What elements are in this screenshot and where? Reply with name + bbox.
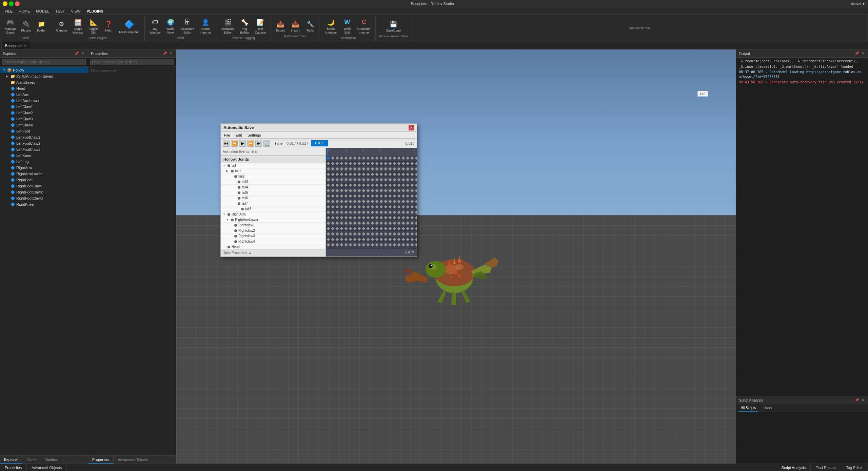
tree-item-leftclaw2[interactable]: 🔷 LeftClaw2 [0,110,88,116]
menu-model[interactable]: MODEL [33,8,52,14]
toggle-gui-button[interactable]: 📐 ToggleGUI [87,16,100,36]
anim-menu-file[interactable]: File [222,133,232,137]
world-view-button[interactable]: 🌍 WorldView [164,16,177,36]
plugins-button[interactable]: 🔌 Plugins [19,18,34,34]
tree-item-rightarm[interactable]: 🔷 RightArm [0,165,88,171]
moon-animator-button[interactable]: 🌙 MoonAnimator [323,16,339,36]
anim-play-button[interactable]: ▶ [239,140,246,147]
joint-tail2[interactable]: tail2 [221,174,326,179]
tree-item-rightarmlower[interactable]: 🔷 RightArmLower [0,171,88,177]
tree-item-rightfoot[interactable]: 🔷 RightFoot [0,177,88,183]
tab-toolbox[interactable]: Toolbox [41,456,62,464]
tree-item-rightfootclaw3[interactable]: 🔷 RightFootClaw3 [0,195,88,201]
manage-button[interactable]: ⚙ Manage [54,18,69,34]
menu-view[interactable]: VIEW [68,8,83,14]
mesh-importer-button[interactable]: 🔷 Mesh Importer [117,17,142,35]
bottom-tab-tag-editor[interactable]: Tag Editor [841,464,868,471]
tools-sec-button[interactable]: 🔧 Tools [303,18,317,34]
tree-item-leftfootclaw1[interactable]: 🔷 LeftFootClaw1 [0,134,88,140]
anim-time-input[interactable] [311,140,328,146]
bottom-tab-advanced-objects[interactable]: Advanced Objects [27,464,67,471]
menu-home[interactable]: HOME [16,8,33,14]
character-inserter-button[interactable]: C CharacterInserter [355,16,373,36]
avatar-importer-button[interactable]: 👤 AvatarImporter [198,16,213,36]
folder-button[interactable]: 📁 Folder [35,18,48,34]
rig-builder-button[interactable]: 🦴 RigBuilder [238,16,252,36]
datastore-editor-button[interactable]: 🗄 DataStoreEditor [179,16,197,36]
animation-editor-button[interactable]: 🎬 AnimationEditor [219,16,237,36]
manage-game-button[interactable]: 🎮 ManageGame [3,16,18,36]
tree-item-rightknee[interactable]: 🔷 RightKnee [0,201,88,207]
joint-tail[interactable]: ▼ tail [221,163,326,168]
joint-rightclaw3[interactable]: Rightclaw3 [221,233,326,239]
weld-edit-button[interactable]: W WeldEdit [340,16,354,36]
tree-item-leftfootclaw3[interactable]: 🔷 LeftFootClaw3 [0,146,88,152]
tree-item-animsaves2[interactable]: 📁 AnimSaves [0,79,88,85]
dialog-close-button[interactable]: ✕ [409,125,414,130]
properties-close-icon[interactable]: ✕ [169,51,173,56]
anim-menu-settings[interactable]: Settings [245,133,263,137]
anim-next-button[interactable]: ⏭ [255,140,262,147]
joint-tail4[interactable]: tail4 [221,185,326,190]
joint-rightclaw4[interactable]: Rightclaw4 [221,239,326,244]
anim-menu-edit[interactable]: Edit [234,133,244,137]
bottom-tab-script-analysis[interactable]: Script Analysis [777,464,811,471]
joint-rightclaw2[interactable]: Rightclaw2 [221,228,326,233]
maximize-button[interactable] [9,1,14,6]
properties-filter-input[interactable] [90,59,174,65]
output-pin-icon[interactable]: 📌 [854,51,859,56]
menu-test[interactable]: TEST [53,8,67,14]
tab-explorer[interactable]: Explorer [0,456,22,464]
tab-game[interactable]: Game [22,456,41,464]
menu-file[interactable]: FILE [2,8,15,14]
acevel-label[interactable]: Acevel ▼ [845,2,865,6]
tree-item-head[interactable]: 🔷 Head [0,85,88,91]
joint-rightarm[interactable]: ▼ RightArm [221,212,326,217]
tab-baseplate[interactable]: Baseplate ✕ [1,42,30,49]
joint-tail8[interactable]: tail8 [221,206,326,212]
tab-advanced-objects[interactable]: Advanced Objects [114,456,152,464]
joint-tail7[interactable]: tail7 [221,201,326,206]
joint-tail6[interactable]: tail6 [221,196,326,201]
tab-properties[interactable]: Properties [88,456,114,464]
explorer-filter-input[interactable] [2,59,86,65]
tree-item-leftfootclaw2[interactable]: 🔷 LeftFootClaw2 [0,140,88,146]
sa-pin-icon[interactable]: 📌 [854,398,859,403]
explorer-pin-icon[interactable]: 📌 [74,51,79,56]
bottom-tab-find-results[interactable]: Find Results [811,464,841,471]
anim-skipforward-button[interactable]: ⏩ [247,140,254,147]
joint-tail3[interactable]: tail3 [221,179,326,185]
viewport[interactable]: Left Automatic Save ✕ File Edit Settings… [176,49,736,464]
bottom-tab-properties[interactable]: Properties [0,464,27,471]
tree-item-leftclaw3[interactable]: 🔷 LeftClaw3 [0,116,88,122]
explorer-close-icon[interactable]: ✕ [80,51,85,56]
sa-tab-errors[interactable]: Errors [761,404,774,412]
anim-skipback-button[interactable]: ⏪ [231,140,238,147]
minimize-button[interactable] [3,1,7,6]
joint-tail5[interactable]: tail5 [221,190,326,196]
tree-item-animsaves[interactable]: ▶ 📁 xSIXxAnimationSaves [0,73,88,79]
joint-head[interactable]: Head [221,244,326,249]
menu-plugins[interactable]: PLUGINS [84,8,106,14]
save-load-button[interactable]: 💾 Save/Load [384,18,403,34]
events-icon1[interactable]: ⊕ [251,150,254,153]
tree-item-rightfootclaw1[interactable]: 🔷 RightFootClaw1 [0,183,88,189]
output-close-icon[interactable]: ✕ [861,51,865,56]
tree-item-leftclaw1[interactable]: 🔷 LeftClaw1 [0,104,88,110]
anim-prev-button[interactable]: ⏮ [223,140,230,147]
tree-item-leftarmlower[interactable]: 🔷 LeftArmLower [0,98,88,104]
tree-item-leftclaw4[interactable]: 🔷 LeftClaw4 [0,122,88,128]
anim-loop-button[interactable]: 🔄 [263,140,270,147]
help-button[interactable]: ❓ Help [102,18,115,34]
sa-tab-all[interactable]: All Scripts [739,404,758,412]
close-button[interactable] [15,1,20,6]
toggle-window-button[interactable]: 🪟 ToggleWindow [71,16,85,36]
joint-tail1[interactable]: ▶ tail1 [221,168,326,174]
events-icon2[interactable]: ▷ [255,150,258,153]
tree-item-leftarm[interactable]: 🔷 LeftArm [0,91,88,98]
tree-item-rightfootclaw2[interactable]: 🔷 RightFootClaw2 [0,189,88,195]
tree-item-hollow[interactable]: ▼ 📦 Hollow [0,67,88,73]
tab-close-baseplate[interactable]: ✕ [24,44,26,47]
joint-rightarmlower[interactable]: ▼ RightArmLower [221,217,326,223]
text-capture-button[interactable]: 📝 TextCapture [253,16,268,36]
